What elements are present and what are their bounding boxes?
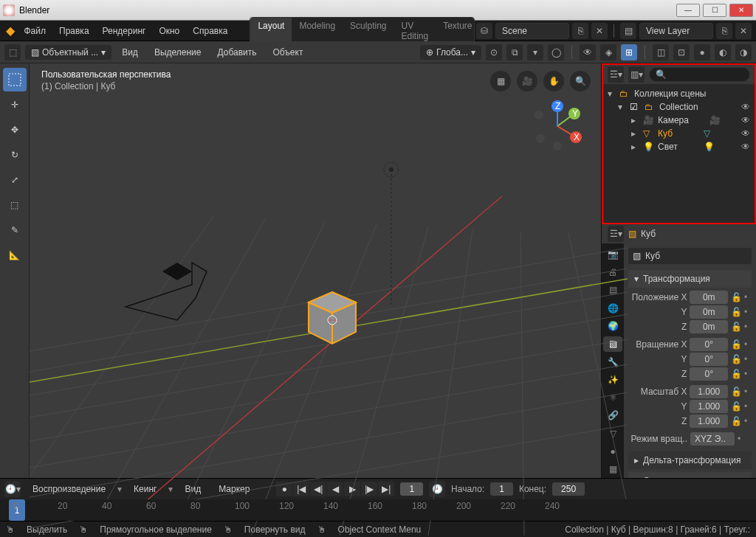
lock-icon[interactable]: 🔓 [731, 387, 741, 397]
tool-cursor[interactable]: ✛ [3, 93, 27, 117]
tree-item-cube[interactable]: ▸▽Куб▽👁 [608, 127, 750, 140]
tool-rotate[interactable]: ↻ [3, 143, 27, 167]
keyframe-dot-icon[interactable]: • [744, 369, 752, 379]
snap-icon[interactable]: ⧉ [506, 44, 523, 60]
eye-icon[interactable]: 👁 [741, 142, 750, 152]
scene-new-icon[interactable]: ⎘ [572, 23, 588, 39]
keyframe-dot-icon[interactable]: • [744, 387, 752, 397]
default-cube[interactable] [303, 285, 354, 336]
eye-icon[interactable]: 👁 [741, 102, 750, 112]
tree-item-camera[interactable]: ▸🎥Камера🎥👁 [608, 114, 750, 127]
keyframe-dot-icon[interactable]: • [744, 322, 752, 332]
ptab-scene[interactable]: 🌐 [603, 300, 622, 316]
checkbox-icon[interactable]: ☑ [630, 102, 642, 112]
lock-icon[interactable]: 🔓 [731, 322, 741, 332]
tree-item-light[interactable]: ▸💡Свет💡👁 [608, 140, 750, 153]
viewlayer-new-icon[interactable]: ⎘ [716, 23, 732, 39]
field-loc-y[interactable]: 0m [690, 305, 728, 319]
field-loc-x[interactable]: 0m [690, 291, 728, 304]
scene-delete-icon[interactable]: ✕ [591, 23, 608, 39]
keyframe-next-icon[interactable]: |▶ [361, 482, 377, 496]
proportional-icon[interactable]: ◯ [548, 44, 564, 60]
field-rot-x[interactable]: 0° [690, 338, 728, 351]
tool-move[interactable]: ✥ [3, 118, 27, 142]
keyframe-dot-icon[interactable]: • [738, 434, 745, 444]
zoom-icon[interactable]: 🔍 [570, 71, 591, 91]
viewlayer-name-field[interactable]: View Layer [639, 23, 713, 39]
shading-wire-icon[interactable]: ⊡ [673, 44, 690, 60]
field-sc-z[interactable]: 1.000 [690, 415, 728, 428]
eye-icon[interactable]: 👁 [741, 115, 750, 125]
gizmo-toggle-icon[interactable]: ◈ [600, 44, 616, 60]
xray-icon[interactable]: ◫ [653, 44, 669, 60]
field-rot-y[interactable]: 0° [690, 353, 728, 366]
scene-browse-icon[interactable]: ⛁ [476, 23, 492, 39]
menu-edit[interactable]: Правка [53, 23, 95, 39]
overlay-toggle-icon[interactable]: ⊞ [621, 44, 637, 60]
rotmode-dropdown[interactable]: XYZ Э.. [690, 432, 735, 446]
lock-icon[interactable]: 🔓 [731, 292, 741, 302]
scene-name-field[interactable]: Scene [495, 23, 569, 39]
field-loc-z[interactable]: 0m [690, 320, 728, 333]
maximize-button[interactable]: ☐ [703, 4, 726, 17]
play-icon[interactable]: ▶ [344, 482, 360, 496]
viewlayer-browse-icon[interactable]: ▤ [620, 23, 636, 39]
interaction-mode-dropdown[interactable]: ▧ Объектный ... ▾ [25, 45, 111, 60]
current-frame[interactable]: 1 [400, 482, 423, 496]
menu-view[interactable]: Вид [116, 44, 144, 60]
eye-icon[interactable]: 👁 [741, 128, 750, 139]
breadcrumb[interactable]: ▧Куб [628, 248, 752, 264]
keyframe-prev-icon[interactable]: ◀| [310, 482, 326, 496]
menu-select[interactable]: Выделение [148, 44, 207, 60]
play-reverse-icon[interactable]: ◀ [327, 482, 343, 496]
shading-material-icon[interactable]: ◐ [715, 44, 731, 60]
orientation-dropdown[interactable]: ⊕ Глоба... ▾ [420, 45, 481, 60]
tool-select-box[interactable] [3, 68, 27, 91]
tab-sculpting[interactable]: Sculpting [343, 18, 394, 44]
orientation-gizmo[interactable]: X Y Z [532, 100, 583, 152]
panel-delta[interactable]: ▸Дельта-трансформация [628, 451, 752, 469]
outliner-search[interactable]: 🔍 [649, 67, 750, 82]
viewlayer-delete-icon[interactable]: ✕ [735, 23, 752, 39]
menu-render[interactable]: Рендеринг [97, 23, 152, 39]
start-frame[interactable]: 1 [490, 482, 513, 496]
keyframe-dot-icon[interactable]: • [744, 292, 752, 302]
snap-options-icon[interactable]: ▾ [527, 44, 543, 60]
close-button[interactable]: ✕ [729, 4, 753, 17]
field-sc-y[interactable]: 1.000 [690, 400, 728, 413]
visibility-icon[interactable]: 👁 [580, 44, 596, 60]
tab-texture[interactable]: Texture [436, 18, 475, 44]
editor-type-icon[interactable]: ⬚ [4, 44, 21, 60]
timeline-editor-icon[interactable]: 🕘▾ [4, 481, 21, 497]
panel-transform[interactable]: ▾Трансформация [628, 270, 752, 288]
lock-icon[interactable]: 🔓 [731, 339, 741, 350]
timeline-playback[interactable]: Воспроизведение [27, 481, 111, 497]
keyframe-dot-icon[interactable]: • [744, 416, 752, 426]
lock-icon[interactable]: 🔓 [731, 401, 741, 412]
jump-end-icon[interactable]: ▶| [378, 482, 394, 496]
menu-object[interactable]: Объект [267, 44, 309, 60]
ptab-constraints[interactable]: 🔗 [603, 408, 622, 423]
field-sc-x[interactable]: 1.000 [690, 385, 728, 398]
camera-view-icon[interactable]: ▦ [490, 71, 511, 91]
keyframe-dot-icon[interactable]: • [744, 339, 752, 350]
shading-rendered-icon[interactable]: ◑ [735, 44, 752, 60]
pivot-icon[interactable]: ⊙ [486, 44, 502, 60]
ptab-object[interactable]: ▧ [603, 336, 622, 352]
field-rot-z[interactable]: 0° [690, 367, 728, 381]
end-frame[interactable]: 250 [552, 482, 585, 496]
outliner-display-icon[interactable]: ☲▾ [608, 66, 624, 83]
keyframe-dot-icon[interactable]: • [744, 307, 752, 317]
lock-icon[interactable]: 🔓 [731, 354, 741, 364]
ptab-material[interactable]: ● [603, 443, 622, 459]
blender-logo-icon[interactable]: ◆ [4, 24, 17, 38]
minimize-button[interactable]: — [676, 4, 700, 17]
tree-collection[interactable]: ▾☑🗀Collection👁 [608, 100, 750, 114]
lock-icon[interactable]: 🔓 [731, 307, 741, 317]
tool-scale[interactable]: ⤢ [3, 168, 27, 192]
outliner-filter-icon[interactable]: ▥▾ [628, 66, 645, 83]
ptab-world[interactable]: 🌍 [603, 318, 622, 333]
shading-solid-icon[interactable]: ● [694, 44, 710, 60]
timeline-keying[interactable]: Кеинг [128, 481, 162, 497]
ptab-particles[interactable]: ✨ [603, 372, 622, 387]
